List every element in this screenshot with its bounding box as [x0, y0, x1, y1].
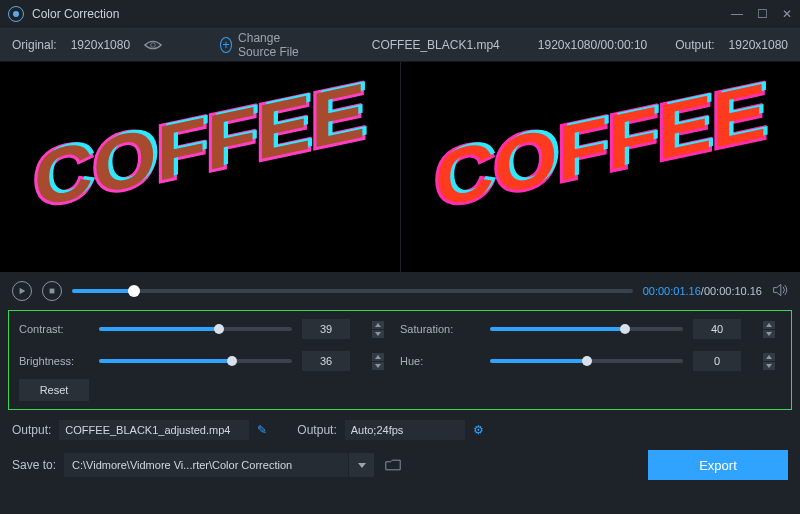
- svg-marker-9: [375, 323, 381, 327]
- output-settings-icon[interactable]: ⚙: [473, 423, 484, 437]
- brightness-input[interactable]: [302, 351, 350, 371]
- preview-original: COFFEE COFFEE COFFEE: [0, 62, 401, 272]
- close-button[interactable]: ✕: [782, 7, 792, 21]
- hue-input[interactable]: [693, 351, 741, 371]
- timeline-slider[interactable]: [72, 289, 633, 293]
- timeline-thumb[interactable]: [128, 285, 140, 297]
- output-settings-row: Output: ✎ Output: ⚙: [0, 416, 800, 444]
- output-format-input[interactable]: [345, 420, 465, 440]
- brightness-stepper[interactable]: [372, 353, 390, 370]
- save-path-dropdown[interactable]: [348, 453, 374, 477]
- brightness-slider[interactable]: [99, 359, 292, 363]
- change-source-label: Change Source File: [238, 31, 314, 59]
- open-folder-icon[interactable]: [382, 453, 404, 477]
- contrast-input[interactable]: [302, 319, 350, 339]
- preview-adjusted: COFFEE COFFEE COFFEE: [401, 62, 801, 272]
- svg-marker-13: [375, 355, 381, 359]
- output-resolution: 1920x1080: [729, 38, 788, 52]
- volume-icon[interactable]: [772, 283, 788, 300]
- change-source-button[interactable]: + Change Source File: [220, 31, 314, 59]
- total-time: 00:00:10.16: [704, 285, 762, 297]
- svg-text:COFFEE: COFFEE: [434, 66, 766, 223]
- contrast-label: Contrast:: [19, 323, 89, 335]
- hue-label: Hue:: [400, 355, 480, 367]
- app-logo-icon: [8, 6, 24, 22]
- svg-point-0: [151, 43, 156, 48]
- saturation-slider[interactable]: [490, 327, 683, 331]
- svg-rect-8: [50, 289, 55, 294]
- window-controls: — ☐ ✕: [731, 7, 792, 21]
- output-label: Output:: [675, 38, 714, 52]
- svg-text:COFFEE: COFFEE: [34, 66, 366, 223]
- minimize-button[interactable]: —: [731, 7, 743, 21]
- original-resolution: 1920x1080: [71, 38, 130, 52]
- preview-toggle-icon[interactable]: [144, 39, 162, 51]
- save-path-input[interactable]: [64, 453, 348, 477]
- titlebar: Color Correction — ☐ ✕: [0, 0, 800, 28]
- stop-button[interactable]: [42, 281, 62, 301]
- saturation-stepper[interactable]: [763, 321, 781, 338]
- contrast-stepper[interactable]: [372, 321, 390, 338]
- svg-marker-11: [766, 323, 772, 327]
- source-res-duration: 1920x1080/00:00:10: [538, 38, 647, 52]
- toolbar: Original: 1920x1080 + Change Source File…: [0, 28, 800, 62]
- svg-marker-15: [766, 355, 772, 359]
- svg-marker-14: [375, 364, 381, 368]
- contrast-slider[interactable]: [99, 327, 292, 331]
- output-format-label: Output:: [297, 423, 336, 437]
- brightness-label: Brightness:: [19, 355, 89, 367]
- export-button[interactable]: Export: [648, 450, 788, 480]
- svg-marker-16: [766, 364, 772, 368]
- hue-stepper[interactable]: [763, 353, 781, 370]
- play-button[interactable]: [12, 281, 32, 301]
- timeline-fill: [72, 289, 134, 293]
- time-display: 00:00:01.16/00:00:10.16: [643, 285, 762, 297]
- reset-button[interactable]: Reset: [19, 379, 89, 401]
- saturation-label: Saturation:: [400, 323, 480, 335]
- preview-area: COFFEE COFFEE COFFEE COFFEE COFFEE COFFE…: [0, 62, 800, 272]
- saturation-input[interactable]: [693, 319, 741, 339]
- original-label: Original:: [12, 38, 57, 52]
- hue-slider[interactable]: [490, 359, 683, 363]
- color-controls-panel: Contrast: Saturation: Brightness: Hue:: [8, 310, 792, 410]
- svg-marker-12: [766, 332, 772, 336]
- svg-marker-17: [358, 463, 366, 468]
- window-title: Color Correction: [32, 7, 119, 21]
- maximize-button[interactable]: ☐: [757, 7, 768, 21]
- current-time: 00:00:01.16: [643, 285, 701, 297]
- output-filename-label: Output:: [12, 423, 51, 437]
- source-filename: COFFEE_BLACK1.mp4: [372, 38, 500, 52]
- transport-bar: 00:00:01.16/00:00:10.16: [0, 272, 800, 310]
- plus-icon: +: [220, 37, 232, 53]
- svg-marker-10: [375, 332, 381, 336]
- save-row: Save to: Export: [0, 444, 800, 486]
- save-path-box: [64, 453, 374, 477]
- svg-marker-7: [20, 288, 26, 294]
- edit-filename-icon[interactable]: ✎: [257, 423, 267, 437]
- save-to-label: Save to:: [12, 458, 56, 472]
- output-filename-input[interactable]: [59, 420, 249, 440]
